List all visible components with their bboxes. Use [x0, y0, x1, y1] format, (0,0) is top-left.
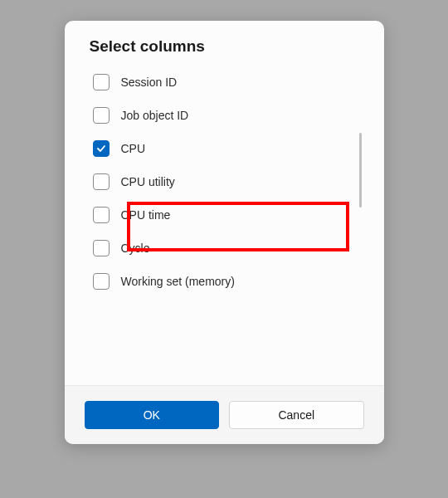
checkbox-working-set[interactable]: [93, 273, 110, 290]
option-label: Working set (memory): [121, 275, 235, 288]
option-cpu-time[interactable]: CPU time: [90, 198, 359, 232]
checkbox-job-object-id[interactable]: [93, 107, 110, 124]
option-cpu[interactable]: CPU: [90, 132, 359, 165]
dialog-footer: OK Cancel: [65, 385, 384, 444]
checkbox-cycle[interactable]: [93, 240, 110, 256]
dialog-body: Select columns Session ID Job object ID …: [65, 21, 384, 385]
option-label: Job object ID: [121, 109, 189, 122]
cancel-button[interactable]: Cancel: [229, 401, 364, 429]
option-label: CPU utility: [121, 175, 175, 188]
option-working-set[interactable]: Working set (memory): [90, 265, 359, 298]
checkbox-session-id[interactable]: [93, 74, 110, 90]
option-cpu-utility[interactable]: CPU utility: [90, 165, 359, 198]
option-label: CPU time: [121, 208, 171, 222]
check-icon: [96, 144, 106, 154]
checkbox-cpu-time[interactable]: [93, 207, 110, 223]
select-columns-dialog: Select columns Session ID Job object ID …: [65, 21, 384, 444]
option-label: CPU: [121, 142, 146, 155]
option-label: Session ID: [121, 76, 178, 89]
option-job-object-id[interactable]: Job object ID: [90, 99, 359, 132]
option-label: Cycle: [121, 242, 150, 255]
option-session-id[interactable]: Session ID: [90, 66, 359, 99]
checkbox-cpu[interactable]: [93, 140, 110, 157]
option-cycle[interactable]: Cycle: [90, 232, 359, 265]
dialog-title: Select columns: [90, 37, 359, 56]
ok-button[interactable]: OK: [85, 401, 220, 429]
checkbox-cpu-utility[interactable]: [93, 173, 110, 190]
